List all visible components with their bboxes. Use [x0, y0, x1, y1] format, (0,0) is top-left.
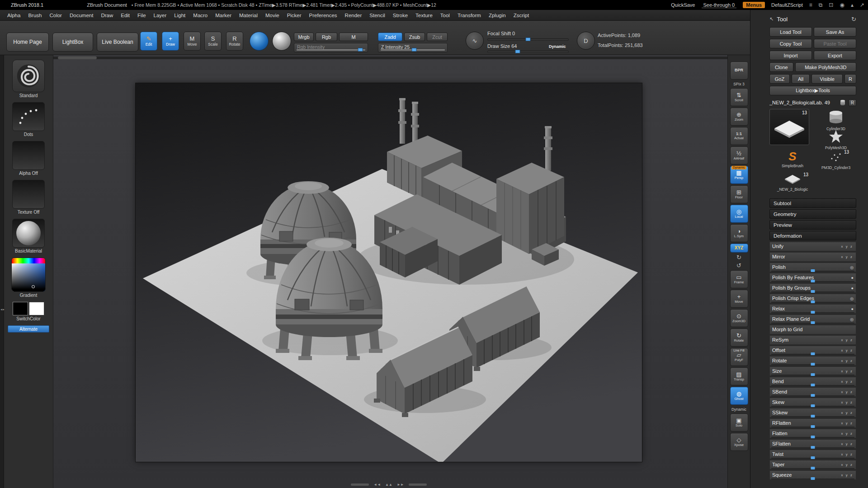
- shelf-toggle-button[interactable]: Dynamic: [729, 406, 750, 412]
- main-color-swatch[interactable]: [13, 302, 28, 315]
- mode-toggle-icon[interactable]: ●: [851, 276, 854, 280]
- axis-toggles[interactable]: x y z: [841, 255, 853, 259]
- deformation-row[interactable]: SSkew x y z: [769, 408, 856, 418]
- menu-item[interactable]: Layer: [154, 13, 167, 18]
- section-deformation[interactable]: Deformation: [769, 231, 856, 240]
- goz-button[interactable]: GoZ: [769, 74, 790, 84]
- document-canvas[interactable]: [136, 83, 642, 462]
- scroll-up-icon[interactable]: ▲▲: [385, 483, 392, 487]
- slider-handle[interactable]: [811, 404, 815, 407]
- shelf-toggle-button[interactable]: ◇ Xpose: [730, 433, 748, 451]
- current-brush-button[interactable]: [250, 32, 269, 51]
- scrollbar-thumb[interactable]: [58, 56, 97, 59]
- axis-toggles[interactable]: x y z: [841, 348, 853, 352]
- deformation-row[interactable]: SFlatten x y z: [769, 439, 856, 449]
- viewport[interactable]: ◄◄ ▲▲ ►►: [53, 55, 727, 488]
- home-page-button[interactable]: Home Page: [6, 33, 49, 52]
- slider-handle[interactable]: [811, 384, 815, 386]
- texture-selector[interactable]: Texture Off: [12, 180, 45, 219]
- axis-toggles[interactable]: x y z: [841, 442, 853, 446]
- current-material-button[interactable]: [272, 32, 291, 51]
- scroll-strip-left[interactable]: [351, 483, 369, 486]
- slider-handle[interactable]: [526, 38, 531, 41]
- shelf-toggle-button[interactable]: ◑ L.Sym: [730, 224, 748, 242]
- stroke-flyout-button[interactable]: ∿: [466, 32, 484, 50]
- deformation-row[interactable]: Bend x y z: [769, 377, 856, 386]
- screen-share-icon[interactable]: ⧉: [819, 2, 823, 8]
- deformation-row[interactable]: Size x y z: [769, 366, 856, 376]
- goz-r-button[interactable]: R: [844, 74, 856, 84]
- goz-all-button[interactable]: All: [792, 74, 810, 84]
- shelf-toggle-button[interactable]: ◎ Local: [730, 205, 748, 223]
- shelf-toggle-button[interactable]: Line Fill ▱ PolyF: [730, 348, 748, 366]
- live-boolean-button[interactable]: Live Boolean: [97, 33, 138, 52]
- splitter-grip-icon[interactable]: ◄►: [0, 308, 4, 311]
- deformation-row[interactable]: Polish By Groups ●: [769, 283, 856, 293]
- axis-toggles[interactable]: x y z: [841, 421, 853, 425]
- slider-handle[interactable]: [811, 311, 815, 314]
- menu-item[interactable]: Preferences: [309, 13, 337, 18]
- tool-thumb-pm3d-cylinder[interactable]: 13 PM3D_Cylinder3: [816, 150, 855, 170]
- shelf-toggle-button[interactable]: ↻ Rotate: [730, 328, 748, 347]
- shelf-toggle-button[interactable]: XYZ: [730, 244, 748, 253]
- make-polymesh3d-button[interactable]: Make PolyMesh3D: [795, 62, 856, 72]
- menu-item[interactable]: Alpha: [7, 13, 20, 18]
- 3d-scene[interactable]: [136, 83, 642, 462]
- deformation-row[interactable]: Mirror x y z: [769, 252, 856, 262]
- slider-handle[interactable]: [811, 446, 815, 449]
- z-intensity-slider[interactable]: Z Intensity 25: [378, 43, 448, 52]
- slider-handle[interactable]: [811, 321, 815, 324]
- slider-handle[interactable]: [411, 48, 416, 52]
- dynamic-mode-label[interactable]: Dynamic: [549, 44, 566, 49]
- menu-item[interactable]: Tool: [440, 13, 450, 18]
- rgb-intensity-slider[interactable]: Rgb Intensity: [294, 43, 368, 52]
- focal-shift-slider[interactable]: [487, 38, 569, 41]
- zcut-button[interactable]: Zcut: [427, 33, 448, 41]
- menu-item[interactable]: Marker: [215, 13, 231, 18]
- goz-visible-button[interactable]: Visible: [811, 74, 843, 84]
- menu-item[interactable]: Document: [70, 13, 93, 18]
- menu-item[interactable]: Movie: [265, 13, 279, 18]
- tool-thumb-cylinder3d[interactable]: Cylinder3D: [816, 110, 855, 131]
- deformation-row[interactable]: Flatten x y z: [769, 429, 856, 438]
- menu-item[interactable]: Color: [49, 13, 61, 18]
- scroll-left-icon[interactable]: ◄◄: [373, 483, 381, 487]
- scale-mode-button[interactable]: S Scale: [204, 32, 222, 51]
- deformation-row[interactable]: RFlatten x y z: [769, 418, 856, 428]
- section-preview[interactable]: Preview: [769, 220, 856, 230]
- menu-item[interactable]: Render: [345, 13, 362, 18]
- paste-tool-button[interactable]: Paste Tool: [814, 39, 856, 48]
- deformation-row[interactable]: Unify x y z: [769, 242, 856, 251]
- clone-button[interactable]: Clone: [769, 62, 793, 72]
- load-tool-button[interactable]: Load Tool: [769, 27, 812, 37]
- section-subtool[interactable]: Subtool: [769, 198, 856, 208]
- shelf-toggle-button[interactable]: ⊙ Zoom3D: [730, 309, 748, 327]
- secondary-color-swatch[interactable]: [29, 302, 44, 315]
- expand-icon[interactable]: ↗: [860, 2, 864, 8]
- menu-item[interactable]: Brush: [28, 13, 42, 18]
- axis-toggles[interactable]: x y z: [841, 400, 853, 404]
- tool-thumb-simplebrush[interactable]: S SimpleBrush: [773, 150, 812, 168]
- lightbox-button[interactable]: LightBox: [52, 33, 93, 52]
- slider-handle[interactable]: [811, 436, 815, 438]
- palette-dock-icon[interactable]: ↖: [769, 16, 774, 22]
- axis-toggles[interactable]: x y z: [841, 338, 853, 342]
- zsub-button[interactable]: Zsub: [404, 33, 425, 41]
- slider-handle[interactable]: [811, 300, 815, 303]
- mode-toggle-icon[interactable]: ◎: [850, 317, 854, 322]
- shelf-toggle-button[interactable]: ½ AAHalf: [730, 146, 748, 164]
- slider-handle[interactable]: [811, 425, 815, 428]
- lock-icon[interactable]: ◉: [840, 2, 844, 8]
- scroll-strip-right[interactable]: [409, 483, 427, 486]
- edit-mode-button[interactable]: ✎ Edit: [140, 32, 157, 51]
- brush-selector[interactable]: Standard: [12, 60, 45, 102]
- shelf-toggle-button[interactable]: BPR: [730, 61, 748, 80]
- deformation-row[interactable]: SBend x y z: [769, 387, 856, 397]
- rename-button[interactable]: R: [849, 99, 856, 106]
- mixer-icon[interactable]: ≡: [809, 2, 812, 8]
- shelf-toggle-button[interactable]: SPix 3: [729, 81, 750, 87]
- material-selector[interactable]: BasicMaterial: [12, 219, 45, 258]
- slider-handle[interactable]: [811, 467, 815, 469]
- rotate-mode-button[interactable]: R Rotate: [226, 32, 243, 51]
- shelf-toggle-button[interactable]: + Move: [730, 290, 748, 308]
